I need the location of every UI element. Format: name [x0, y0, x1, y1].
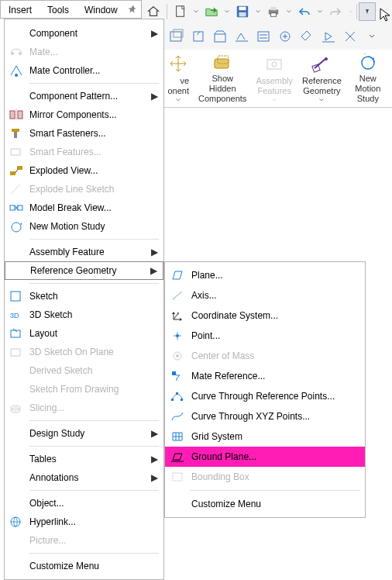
submenu-point[interactable]: Point... [165, 326, 365, 346]
top-toolbar [142, 0, 392, 23]
menu-object[interactable]: Object... [5, 494, 163, 513]
redo-dropdown-icon[interactable] [347, 9, 355, 15]
cmd-cropped-label: ve onent [167, 76, 189, 96]
submenu-curve-xyz[interactable]: Curve Through XYZ Points... [165, 406, 365, 426]
insert-menu: Component ▶ Mate... Mate Controller... C… [4, 19, 164, 580]
menu-reference-geometry[interactable]: Reference Geometry ▶ [5, 261, 163, 280]
menu-mirror-components[interactable]: Mirror Components... [5, 105, 163, 124]
menu-mate: Mate... [5, 43, 163, 61]
print-dropdown-icon[interactable] [285, 9, 293, 15]
save-icon[interactable] [231, 1, 254, 22]
open-dropdown-icon[interactable] [223, 9, 231, 15]
pin-icon[interactable] [126, 1, 141, 18]
row2-icon-8[interactable] [319, 27, 338, 46]
submenu-plane[interactable]: Plane... [165, 265, 365, 285]
menu-hyperlink[interactable]: Hyperlink... [5, 513, 163, 531]
svg-rect-47 [181, 399, 183, 401]
open-icon[interactable] [200, 1, 223, 22]
row2-icon-5[interactable] [254, 27, 273, 46]
svg-point-43 [176, 354, 179, 357]
svg-rect-45 [171, 399, 174, 401]
menu-tools[interactable]: Tools [40, 1, 77, 18]
exploded-view-icon [8, 163, 25, 178]
svg-rect-24 [10, 111, 15, 119]
submenu-mate-reference[interactable]: Mate Reference... [165, 366, 365, 386]
svg-rect-10 [215, 34, 225, 42]
row2-icon-7[interactable] [297, 27, 316, 46]
svg-rect-46 [176, 392, 178, 395]
cmd-cropped[interactable]: ve onent [163, 50, 194, 107]
menu-layout[interactable]: Layout [5, 324, 163, 343]
svg-rect-0 [177, 6, 184, 16]
new-document-icon[interactable] [169, 1, 192, 22]
new-document-dropdown-icon[interactable] [192, 9, 200, 15]
undo-dropdown-icon[interactable] [316, 9, 324, 15]
submenu-customize-menu[interactable]: Customize Menu [165, 494, 365, 514]
print-icon[interactable] [262, 1, 285, 22]
ground-plane-icon [168, 448, 187, 465]
menu-mate-controller[interactable]: Mate Controller... [5, 61, 163, 80]
row2-icon-4[interactable] [232, 27, 251, 46]
row2-icon-2[interactable] [189, 27, 208, 46]
explode-line-sketch-icon [8, 181, 25, 197]
submenu-grid-system[interactable]: Grid System [165, 426, 365, 447]
cmd-new-motion-study-label: New Motion Study [355, 74, 380, 104]
menu-customize-menu[interactable]: Customize Menu [5, 557, 163, 575]
svg-rect-5 [270, 7, 276, 10]
svg-rect-15 [267, 60, 281, 69]
menubar: Insert Tools Window [0, 0, 142, 19]
menu-model-break-view[interactable]: Model Break View... [5, 199, 163, 217]
bounding-box-icon [168, 468, 187, 485]
submenu-coordinate-system[interactable]: Coordinate System... [165, 306, 365, 326]
cmd-reference-geometry[interactable]: Reference Geometry [297, 50, 346, 107]
menu-tables[interactable]: Tables ▶ [5, 450, 163, 468]
menu-annotations[interactable]: Annotations ▶ [5, 468, 163, 487]
row2-icon-1[interactable] [167, 27, 186, 46]
undo-icon[interactable] [293, 1, 316, 22]
svg-rect-25 [18, 111, 22, 119]
svg-rect-32 [18, 205, 22, 210]
menu-3d-sketch[interactable]: 3D 3D Sketch [5, 306, 163, 324]
menu-explode-line-sketch: Explode Line Sketch [5, 180, 163, 199]
menu-sketch[interactable]: Sketch [5, 287, 163, 306]
save-dropdown-icon[interactable] [254, 9, 262, 15]
menu-design-study[interactable]: Design Study ▶ [5, 424, 163, 443]
row2-overflow-icon[interactable] [363, 27, 381, 46]
new-motion-study-menu-icon [8, 219, 25, 234]
cmd-new-motion-study[interactable]: * New Motion Study [346, 50, 390, 107]
menu-insert[interactable]: Insert [1, 1, 40, 18]
assembly-features-icon [263, 53, 285, 74]
move-component-icon [167, 53, 189, 74]
menu-new-motion-study[interactable]: New Motion Study [5, 217, 163, 236]
menu-sketch-from-drawing: Sketch From Drawing [5, 380, 163, 399]
menu-exploded-view[interactable]: Exploded View... [5, 161, 163, 180]
center-of-mass-icon [168, 347, 187, 364]
svg-rect-48 [173, 473, 182, 481]
row2-icon-3[interactable] [211, 27, 229, 46]
row2-icon-9[interactable] [341, 27, 359, 46]
show-hidden-icon [211, 53, 233, 72]
submenu-ground-plane[interactable]: Ground Plane... [165, 447, 365, 467]
submenu-axis[interactable]: Axis... [165, 285, 365, 306]
cmd-show-hidden-components[interactable]: Show Hidden Components [194, 50, 251, 107]
toolbar-overflow-button[interactable] [359, 2, 376, 21]
menu-slicing: Slicing... [5, 399, 163, 417]
svg-rect-29 [10, 171, 15, 175]
svg-point-33 [12, 223, 21, 232]
menu-component[interactable]: Component ▶ [5, 24, 163, 43]
menu-3d-sketch-on-plane: 3D Sketch On Plane [5, 343, 163, 361]
menu-assembly-feature[interactable]: Assembly Feature ▶ [5, 243, 163, 261]
row2-icon-6[interactable] [276, 27, 294, 46]
redo-icon[interactable] [324, 1, 347, 22]
menu-derived-sketch: Derived Sketch [5, 361, 163, 380]
sketch-icon [8, 288, 25, 304]
menu-smart-fasteners[interactable]: Smart Fasteners... [5, 124, 163, 143]
sketch-on-plane-icon [8, 344, 25, 360]
menu-component-pattern[interactable]: Component Pattern... ▶ [5, 87, 163, 105]
svg-text:*: * [363, 54, 366, 58]
axis-icon [168, 287, 187, 304]
menu-window[interactable]: Window [77, 1, 126, 18]
svg-point-16 [272, 62, 277, 67]
svg-rect-6 [270, 13, 276, 16]
submenu-curve-ref-points[interactable]: Curve Through Reference Points... [165, 386, 365, 406]
